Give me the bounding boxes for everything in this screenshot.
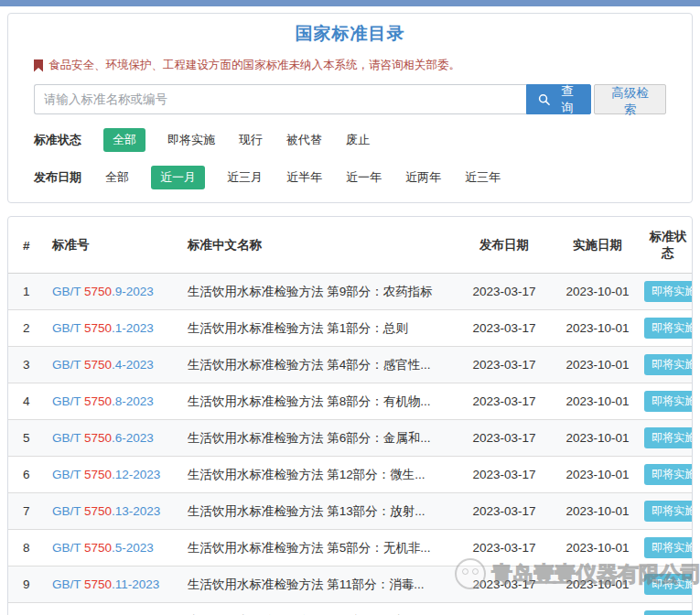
row-index: 6 xyxy=(8,457,52,493)
status-badge: 即将实施 xyxy=(644,574,692,595)
implement-date: 2023-10-01 xyxy=(551,420,644,457)
filter-option[interactable]: 近三月 xyxy=(225,166,264,189)
filter-option[interactable]: 近三年 xyxy=(463,166,502,189)
advanced-search-label: 高级检索 xyxy=(611,86,649,116)
status-badge: 即将实施 xyxy=(644,501,692,522)
advanced-search-button[interactable]: 高级检索 xyxy=(594,84,666,114)
status-cell: 即将实施 xyxy=(644,457,692,493)
table-row: 3 GB/T 5750.4-2023 生活饮用水标准检验方法 第4部分：感官性.… xyxy=(8,347,692,383)
status-badge: 即将实施 xyxy=(644,354,692,375)
results-table-panel: #标准号标准中文名称发布日期实施日期标准状态 1 GB/T 5750.9-202… xyxy=(7,216,693,615)
standard-name: 生活饮用水标准检验方法 第9部分：农药指标 xyxy=(188,274,458,310)
publish-date: 2023-03-17 xyxy=(458,383,551,420)
implement-date: 2023-10-01 xyxy=(551,310,644,347)
table-row: 10 GB/T 5750.10-2023 生活饮用水标准检验方法 第10部分：消… xyxy=(8,603,692,615)
standard-code-link[interactable]: GB/T 5750.5-2023 xyxy=(52,530,188,566)
status-badge: 即将实施 xyxy=(644,610,692,615)
standard-name: 生活饮用水标准检验方法 第10部分：消毒... xyxy=(188,603,458,615)
table-row: 1 GB/T 5750.9-2023 生活饮用水标准检验方法 第9部分：农药指标… xyxy=(8,274,692,310)
publish-date: 2023-03-17 xyxy=(458,603,551,615)
filter-option[interactable]: 废止 xyxy=(344,128,372,152)
table-row: 6 GB/T 5750.12-2023 生活饮用水标准检验方法 第12部分：微生… xyxy=(8,457,692,493)
publish-date: 2023-03-17 xyxy=(458,566,551,603)
standard-name: 生活饮用水标准检验方法 第12部分：微生... xyxy=(188,457,458,493)
publish-date: 2023-03-17 xyxy=(458,493,551,530)
table-row: 9 GB/T 5750.11-2023 生活饮用水标准检验方法 第11部分：消毒… xyxy=(8,566,692,603)
search-icon xyxy=(538,93,551,106)
filter-option[interactable]: 全部 xyxy=(103,166,131,189)
status-badge: 即将实施 xyxy=(644,281,692,302)
standard-code-link[interactable]: GB/T 5750.4-2023 xyxy=(52,347,188,383)
table-body: 1 GB/T 5750.9-2023 生活饮用水标准检验方法 第9部分：农药指标… xyxy=(8,274,692,615)
implement-date: 2023-10-01 xyxy=(551,603,644,615)
filter-option[interactable]: 全部 xyxy=(103,128,145,152)
filter-option[interactable]: 现行 xyxy=(237,128,264,152)
status-cell: 即将实施 xyxy=(644,274,692,310)
filter-option[interactable]: 近半年 xyxy=(285,166,324,189)
filter-option[interactable]: 被代替 xyxy=(285,128,324,152)
status-cell: 即将实施 xyxy=(644,310,692,347)
standards-table: #标准号标准中文名称发布日期实施日期标准状态 1 GB/T 5750.9-202… xyxy=(8,217,692,615)
status-badge: 即将实施 xyxy=(644,318,692,339)
row-index: 7 xyxy=(8,493,52,530)
standard-code-link[interactable]: GB/T 5750.13-2023 xyxy=(52,493,188,530)
standard-code-link[interactable]: GB/T 5750.11-2023 xyxy=(52,566,188,603)
top-accent-bar xyxy=(0,0,700,6)
status-cell: 即将实施 xyxy=(644,566,692,603)
standard-name: 生活饮用水标准检验方法 第4部分：感官性... xyxy=(188,347,458,383)
table-row: 2 GB/T 5750.1-2023 生活饮用水标准检验方法 第1部分：总则 2… xyxy=(8,310,692,347)
standard-code-link[interactable]: GB/T 5750.10-2023 xyxy=(52,603,188,615)
implement-date: 2023-10-01 xyxy=(551,493,644,530)
page-title: 国家标准目录 xyxy=(8,14,692,46)
status-cell: 即将实施 xyxy=(644,383,692,420)
status-cell: 即将实施 xyxy=(644,347,692,383)
filter-option[interactable]: 即将实施 xyxy=(166,128,217,152)
row-index: 1 xyxy=(8,274,52,310)
standard-code-link[interactable]: GB/T 5750.1-2023 xyxy=(52,310,188,347)
status-cell: 即将实施 xyxy=(644,603,692,615)
notice-text: 食品安全、环境保护、工程建设方面的国家标准未纳入本系统，请咨询相关部委。 xyxy=(48,58,460,73)
row-index: 5 xyxy=(8,420,52,457)
publish-date: 2023-03-17 xyxy=(458,347,551,383)
status-badge: 即将实施 xyxy=(644,537,692,558)
filter-row-status: 标准状态 全部即将实施现行被代替废止 xyxy=(34,128,692,152)
column-header: 标准号 xyxy=(52,217,188,274)
standard-name: 生活饮用水标准检验方法 第1部分：总则 xyxy=(188,310,458,347)
standard-code-link[interactable]: GB/T 5750.8-2023 xyxy=(52,383,188,420)
implement-date: 2023-10-01 xyxy=(551,347,644,383)
status-cell: 即将实施 xyxy=(644,420,692,457)
table-row: 7 GB/T 5750.13-2023 生活饮用水标准检验方法 第13部分：放射… xyxy=(8,493,692,530)
search-bar: 查询 高级检索 xyxy=(34,84,666,114)
standard-code-link[interactable]: GB/T 5750.12-2023 xyxy=(52,457,188,493)
filter-option[interactable]: 近两年 xyxy=(404,166,443,189)
table-row: 5 GB/T 5750.6-2023 生活饮用水标准检验方法 第6部分：金属和.… xyxy=(8,420,692,457)
query-button[interactable]: 查询 xyxy=(526,84,591,114)
publish-date: 2023-03-17 xyxy=(458,310,551,347)
filter-option[interactable]: 近一年 xyxy=(344,166,383,189)
row-index: 9 xyxy=(8,566,52,603)
publish-date: 2023-03-17 xyxy=(458,274,551,310)
table-row: 4 GB/T 5750.8-2023 生活饮用水标准检验方法 第8部分：有机物.… xyxy=(8,383,692,420)
filter-label-date: 发布日期 xyxy=(34,169,81,186)
status-badge: 即将实施 xyxy=(644,464,692,485)
standard-code-link[interactable]: GB/T 5750.9-2023 xyxy=(52,274,188,310)
standard-code-link[interactable]: GB/T 5750.6-2023 xyxy=(52,420,188,457)
filter-label-status: 标准状态 xyxy=(34,132,81,148)
status-cell: 即将实施 xyxy=(644,493,692,530)
notice-banner: 食品安全、环境保护、工程建设方面的国家标准未纳入本系统，请咨询相关部委。 xyxy=(34,58,692,73)
table-row: 8 GB/T 5750.5-2023 生活饮用水标准检验方法 第5部分：无机非.… xyxy=(8,530,692,566)
implement-date: 2023-10-01 xyxy=(551,274,644,310)
status-badge: 即将实施 xyxy=(644,391,692,412)
search-input[interactable] xyxy=(34,84,526,114)
column-header: # xyxy=(8,217,52,274)
column-header: 标准状态 xyxy=(644,217,692,274)
publish-date: 2023-03-17 xyxy=(458,530,551,566)
filter-row-date: 发布日期 全部近一月近三月近半年近一年近两年近三年 xyxy=(34,166,692,189)
table-header-row: #标准号标准中文名称发布日期实施日期标准状态 xyxy=(8,217,692,274)
row-index: 10 xyxy=(8,603,52,615)
query-button-label: 查询 xyxy=(555,83,579,116)
standard-name: 生活饮用水标准检验方法 第5部分：无机非... xyxy=(188,530,458,566)
implement-date: 2023-10-01 xyxy=(551,383,644,420)
publish-date: 2023-03-17 xyxy=(458,420,551,457)
filter-option[interactable]: 近一月 xyxy=(151,166,205,189)
